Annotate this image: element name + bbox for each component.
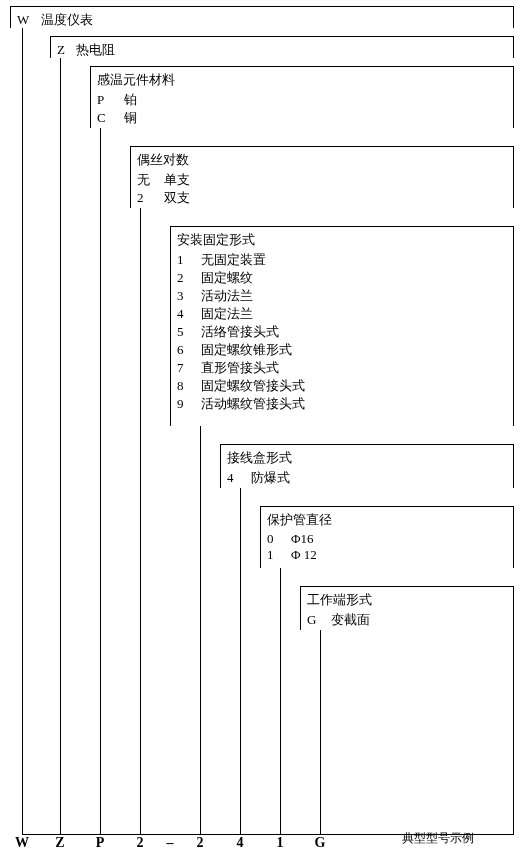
code-2: P xyxy=(96,835,105,851)
level-3-box: 偶丝对数 无 单支 2 双支 xyxy=(130,146,514,208)
level-4-title: 安装固定形式 xyxy=(177,231,507,249)
code-0: W xyxy=(15,835,29,851)
level-5-box: 接线盒形式 4防爆式 xyxy=(220,444,514,488)
level-7-box: 工作端形式 G变截面 xyxy=(300,586,514,630)
level-2-line xyxy=(100,128,101,834)
code-3: 2 xyxy=(137,835,144,851)
level-3-item-0: 无 单支 xyxy=(137,171,507,189)
level-2-box: 感温元件材料 P 铂 C 铜 xyxy=(90,66,514,128)
level-0-code: W xyxy=(17,12,29,27)
level-0-line xyxy=(22,28,23,834)
code-1: Z xyxy=(55,835,64,851)
level-1-line xyxy=(60,58,61,834)
level-1-code: Z xyxy=(57,42,65,57)
level-7-title: 工作端形式 xyxy=(307,591,507,609)
model-code-diagram: W 温度仪表 Z 热电阻 感温元件材料 P 铂 C 铜 偶丝对数 无 单支 2 … xyxy=(0,0,524,863)
level-5-title: 接线盒形式 xyxy=(227,449,507,467)
level-4-box: 安装固定形式 1无固定装置 2固定螺纹 3活动法兰 4固定法兰 5活络管接头式 … xyxy=(170,226,514,426)
code-6: 4 xyxy=(237,835,244,851)
level-1-box: Z 热电阻 xyxy=(50,36,514,58)
code-7: 1 xyxy=(277,835,284,851)
level-2-item-1: C 铜 xyxy=(97,109,507,127)
level-7-line xyxy=(320,630,321,834)
level-0-title: 温度仪表 xyxy=(41,12,93,27)
level-6-box: 保护管直径 0Φ16 1Φ 12 xyxy=(260,506,514,568)
level-6-line xyxy=(280,568,281,834)
level-6-title: 保护管直径 xyxy=(267,511,507,529)
code-8: G xyxy=(315,835,326,851)
level-2-item-0: P 铂 xyxy=(97,91,507,109)
level-4-line xyxy=(200,426,201,834)
level-2-title: 感温元件材料 xyxy=(97,71,507,89)
legend-text: 典型型号示例 xyxy=(402,830,474,847)
level-0-box: W 温度仪表 xyxy=(10,6,514,28)
level-3-item-1: 2 双支 xyxy=(137,189,507,207)
right-edge-line xyxy=(513,630,514,834)
example-code-row: W Z P 2 – 2 4 1 G 典型型号示例 xyxy=(0,835,524,855)
level-3-title: 偶丝对数 xyxy=(137,151,507,169)
code-4: – xyxy=(167,835,174,851)
level-1-title: 热电阻 xyxy=(76,42,115,57)
level-5-line xyxy=(240,488,241,834)
code-5: 2 xyxy=(197,835,204,851)
level-3-line xyxy=(140,208,141,834)
